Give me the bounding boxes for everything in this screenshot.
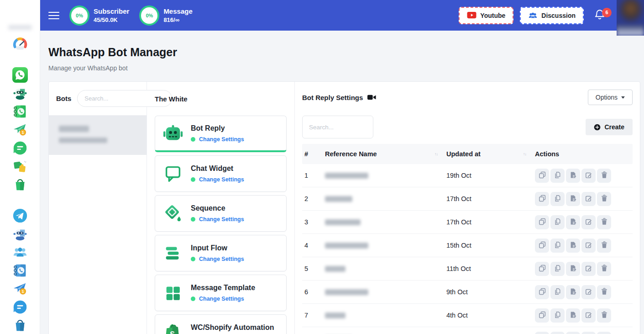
settings-card-wc-shopify-automation[interactable]: SWC/Shopify AutomationChange Settings — [155, 314, 287, 334]
duplicate-button[interactable] — [535, 308, 549, 323]
edit-button[interactable] — [581, 262, 596, 276]
duplicate-button[interactable] — [535, 285, 549, 299]
delete-icon — [601, 218, 608, 227]
copy-button[interactable] — [550, 262, 565, 276]
row-actions — [533, 215, 633, 229]
export-button[interactable] — [566, 308, 580, 323]
notifications-button[interactable]: 6 — [594, 9, 606, 22]
row-actions — [533, 332, 633, 334]
copy-button[interactable] — [550, 215, 565, 229]
video-tutorial-icon[interactable] — [367, 94, 376, 101]
settings-card-message-template[interactable]: Message TemplateChange Settings — [155, 275, 287, 311]
change-settings-link[interactable]: Change Settings — [199, 296, 244, 302]
whatsapp-integration-icon[interactable] — [11, 158, 29, 175]
telegram-ecommerce-icon[interactable] — [11, 317, 29, 334]
telegram-chat-icon[interactable] — [11, 298, 29, 316]
edit-button[interactable] — [581, 192, 596, 206]
discussion-button-label: Discussion — [541, 12, 576, 19]
duplicate-button[interactable] — [535, 332, 549, 334]
change-settings-link[interactable]: Change Settings — [199, 256, 244, 262]
duplicate-button[interactable] — [535, 169, 549, 183]
duplicate-button[interactable] — [535, 239, 549, 253]
change-settings-link[interactable]: Change Settings — [199, 136, 244, 143]
copy-button[interactable] — [550, 239, 565, 253]
table-search-input[interactable] — [302, 116, 373, 138]
telegram-bot-icon[interactable] — [11, 225, 29, 243]
telegram-broadcast-icon[interactable]: 1 — [11, 280, 29, 297]
delete-button[interactable] — [597, 192, 611, 206]
copy-button[interactable] — [550, 332, 565, 334]
col-header-index: # — [302, 150, 323, 158]
export-button[interactable] — [566, 285, 580, 299]
duplicate-button[interactable] — [535, 192, 549, 206]
edit-button[interactable] — [581, 332, 596, 334]
delete-button[interactable] — [597, 239, 611, 253]
chevron-down-icon — [621, 96, 625, 99]
whatsapp-chat-icon[interactable] — [11, 139, 29, 157]
change-settings-link[interactable]: Change Settings — [199, 176, 244, 183]
template-icon — [162, 282, 183, 303]
user-avatar[interactable] — [617, 0, 644, 36]
whatsapp-broadcast-icon[interactable]: 1 — [11, 121, 29, 138]
settings-card-bot-reply[interactable]: Bot ReplyChange Settings — [155, 116, 287, 152]
sort-icon[interactable]: ↑↓ — [523, 152, 526, 156]
discussion-button[interactable]: Discussion — [520, 7, 584, 24]
export-button[interactable] — [566, 215, 580, 229]
export-button[interactable] — [566, 239, 580, 253]
delete-icon — [601, 195, 608, 203]
telegram-icon[interactable] — [11, 207, 29, 224]
bot-list-item-selected[interactable] — [49, 116, 147, 155]
reference-name-redacted — [325, 313, 346, 318]
delete-button[interactable] — [597, 169, 611, 183]
telegram-group-icon[interactable] — [11, 244, 29, 261]
duplicate-button[interactable] — [535, 215, 549, 229]
copy-button[interactable] — [550, 308, 565, 323]
settings-card-title: Message Template — [191, 284, 255, 292]
export-button[interactable] — [566, 169, 580, 183]
edit-button[interactable] — [581, 239, 596, 253]
copy-button[interactable] — [550, 169, 565, 183]
export-button[interactable] — [566, 262, 580, 276]
shopify-icon: S — [162, 322, 183, 334]
svg-text:1: 1 — [21, 130, 24, 135]
delete-button[interactable] — [597, 215, 611, 229]
subscriber-label: Subscriber — [94, 7, 129, 15]
robot-icon — [162, 123, 183, 144]
whatsapp-bot-icon[interactable] — [11, 85, 29, 102]
col-header-reference-name[interactable]: Reference Name ↑↓ — [323, 150, 444, 158]
edit-button[interactable] — [581, 308, 596, 323]
edit-button[interactable] — [581, 169, 596, 183]
copy-button[interactable] — [550, 285, 565, 299]
menu-toggle-icon[interactable] — [48, 10, 59, 21]
export-button[interactable] — [566, 332, 580, 334]
settings-card-sequence[interactable]: SequenceChange Settings — [155, 195, 287, 232]
change-settings-link[interactable]: Change Settings — [199, 216, 244, 223]
duplicate-button[interactable] — [535, 262, 549, 276]
whatsapp-contacts-icon[interactable] — [11, 103, 29, 120]
telegram-contacts-icon[interactable] — [11, 262, 29, 279]
delete-button[interactable] — [597, 332, 611, 334]
whatsapp-icon[interactable] — [11, 66, 29, 84]
table-row: 317th Oct — [302, 211, 633, 234]
youtube-button[interactable]: Youtube — [459, 7, 513, 24]
edit-icon — [585, 171, 592, 180]
export-button[interactable] — [566, 192, 580, 206]
delete-button[interactable] — [597, 262, 611, 276]
delete-button[interactable] — [597, 308, 611, 323]
edit-button[interactable] — [581, 215, 596, 229]
copy-button[interactable] — [550, 192, 565, 206]
page-subtitle: Manage your WhatsApp bot — [48, 64, 128, 72]
dashboard-gauge-icon[interactable] — [11, 35, 29, 53]
settings-card-chat-widget[interactable]: Chat WidgetChange Settings — [155, 155, 287, 192]
whatsapp-ecommerce-icon[interactable] — [11, 176, 29, 193]
delete-icon — [601, 311, 608, 320]
edit-button[interactable] — [581, 285, 596, 299]
create-button[interactable]: Create — [586, 119, 633, 135]
settings-card-input-flow[interactable]: Input FlowChange Settings — [155, 235, 287, 271]
updated-at-cell: 19th Oct — [444, 172, 533, 179]
sort-icon[interactable]: ↑↓ — [435, 152, 438, 156]
options-dropdown-button[interactable]: Options — [588, 90, 633, 105]
col-header-updated-at[interactable]: Updated at ↑↓ — [444, 150, 533, 158]
edit-icon — [585, 241, 592, 250]
delete-button[interactable] — [597, 285, 611, 299]
